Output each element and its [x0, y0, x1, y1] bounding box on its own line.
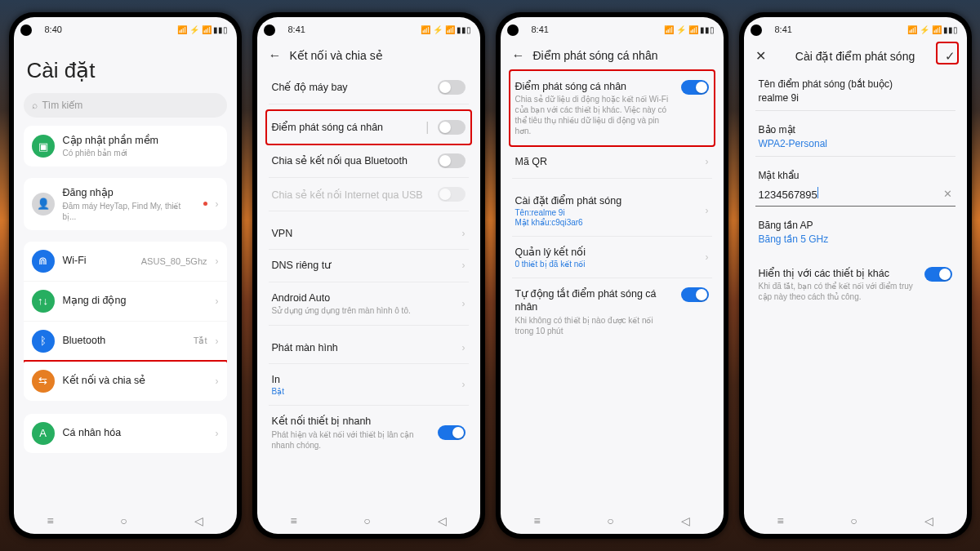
confirm-icon[interactable]: ✓ — [945, 49, 956, 64]
page-title: Cài đặt điểm phát sóng — [774, 50, 937, 63]
notification-dot — [203, 202, 207, 206]
signin-title: Đăng nhập — [63, 186, 195, 199]
page-title: Cài đặt — [24, 42, 227, 93]
config-name: Tên:realme 9i — [515, 208, 697, 217]
home-button[interactable]: ○ — [120, 514, 127, 527]
cast-title: Phát màn hình — [272, 341, 454, 354]
name-label: Tên điểm phát sóng (bắt buộc) — [755, 72, 956, 92]
manage-row[interactable]: Quản lý kết nối 0 thiết bị đã kết nối › — [512, 237, 712, 278]
security-label: Bảo mật — [755, 118, 956, 138]
band-value[interactable]: Băng tần 5 GHz — [755, 233, 956, 251]
back-icon[interactable]: ← — [512, 48, 525, 63]
nearby-toggle[interactable] — [438, 425, 466, 440]
btshare-toggle[interactable] — [438, 153, 466, 168]
btshare-title: Chia sẻ kết nối qua Bluetooth — [272, 154, 430, 167]
camera-hole — [264, 24, 275, 36]
search-placeholder: Tìm kiếm — [42, 100, 83, 111]
aa-title: Android Auto — [272, 291, 454, 304]
qr-row[interactable]: Mã QR › — [512, 146, 712, 178]
airplane-row[interactable]: Chế độ máy bay — [269, 71, 469, 104]
chevron-right-icon: › — [216, 256, 219, 267]
connection-share-row[interactable]: ⇆ Kết nối và chia sẻ › — [24, 362, 227, 401]
chevron-right-icon: › — [706, 251, 709, 263]
recents-button[interactable]: ≡ — [777, 514, 783, 527]
chevron-right-icon: › — [216, 335, 219, 347]
autooff-row[interactable]: Tự động tắt điểm phát sóng cá nhân Khi k… — [512, 278, 712, 345]
chevron-right-icon: › — [216, 428, 219, 439]
recents-button[interactable]: ≡ — [533, 514, 540, 527]
security-value[interactable]: WPA2-Personal — [755, 138, 956, 157]
name-value[interactable]: realme 9i — [755, 92, 956, 111]
password-input[interactable]: 1234567895 ✕ — [755, 184, 956, 207]
mobile-icon: ↑↓ — [32, 290, 55, 313]
airplane-toggle[interactable] — [438, 80, 466, 95]
chevron-right-icon: › — [216, 375, 219, 387]
signin-row[interactable]: 👤 Đăng nhập Đăm máy HeyTap, Find My, thi… — [24, 178, 227, 229]
status-icons: 📶 ⚡ 📶 ▮▮▯ — [664, 25, 715, 34]
hotspot-config-row[interactable]: Cài đặt điểm phát sóng Tên:realme 9i Mật… — [512, 185, 712, 237]
android-navbar: ≡ ○ ◁ — [257, 508, 480, 534]
hotspot-toggle[interactable] — [438, 120, 466, 135]
personalization-row[interactable]: A Cá nhân hóa › — [24, 414, 227, 453]
chevron-right-icon: › — [706, 205, 709, 216]
signin-sub: Đăm máy HeyTap, Find My, thiết bị... — [63, 201, 195, 222]
hotspot-row[interactable]: Điểm phát sóng cá nhân | — [269, 111, 469, 144]
mobile-title: Mạng di động — [63, 294, 207, 307]
chevron-right-icon: › — [216, 295, 219, 307]
home-button[interactable]: ○ — [607, 514, 613, 527]
vpn-title: VPN — [272, 227, 454, 240]
clear-icon[interactable]: ✕ — [943, 188, 952, 200]
wifi-title: Wi-Fi — [63, 254, 133, 267]
page-header: ← Điểm phát sóng cá nhân — [512, 42, 712, 71]
home-button[interactable]: ○ — [363, 514, 370, 527]
visible-row[interactable]: Hiển thị với các thiết bị khác Khi đã tắ… — [755, 258, 956, 311]
page-header: ✕ Cài đặt điểm phát sóng ✓ — [755, 42, 956, 72]
nearby-row[interactable]: Kết nối thiết bị nhanh Phát hiện và kết … — [269, 406, 469, 459]
chevron-right-icon: › — [216, 198, 219, 210]
visible-sub: Khi đã tắt, bạn có thể kết nối với điểm … — [759, 281, 916, 302]
page-header: ← Kết nối và chia sẻ — [269, 42, 469, 71]
status-icons: 📶 ⚡ 📶 ▮▮▯ — [177, 25, 228, 34]
recents-button[interactable]: ≡ — [47, 514, 53, 527]
visible-title: Hiển thị với các thiết bị khác — [759, 267, 916, 280]
back-button[interactable]: ◁ — [438, 514, 447, 527]
print-row[interactable]: In Bật › — [269, 364, 469, 406]
usb-share-row: Chia sẻ kết nối Internet qua USB — [269, 178, 469, 211]
config-title: Cài đặt điểm phát sóng — [515, 194, 697, 207]
hotspot-main-row[interactable]: Điểm phát sóng cá nhân Chia sẻ dữ liệu d… — [512, 71, 712, 146]
recents-button[interactable]: ≡ — [290, 514, 296, 527]
chevron-right-icon: › — [706, 156, 709, 167]
screen-2: 8:41 📶 ⚡ 📶 ▮▮▯ ← Kết nối và chia sẻ Chế … — [257, 17, 480, 534]
screen-1: 8:40 📶 ⚡ 📶 ▮▮▯ Cài đặt ⌕ Tìm kiếm ▣ Cập … — [14, 17, 237, 534]
dns-row[interactable]: DNS riêng tư › — [269, 250, 469, 282]
back-button[interactable]: ◁ — [681, 514, 690, 527]
hotspot-toggle[interactable] — [681, 80, 709, 95]
bluetooth-row[interactable]: ᛒ Bluetooth Tắt › — [24, 322, 227, 362]
camera-hole — [507, 24, 519, 36]
back-icon[interactable]: ← — [269, 48, 282, 63]
personal-title: Cá nhân hóa — [63, 426, 207, 439]
mobile-data-row[interactable]: ↑↓ Mạng di động › — [24, 282, 227, 322]
search-icon: ⌕ — [32, 100, 38, 111]
bluetooth-icon: ᛒ — [32, 330, 55, 353]
config-pwd: Mật khẩu:c9qi3ar6 — [515, 218, 697, 227]
nearby-sub: Phát hiện và kết nối với thiết bị lân cậ… — [272, 429, 430, 451]
bt-value: Tắt — [194, 335, 207, 346]
home-button[interactable]: ○ — [850, 514, 857, 527]
autooff-toggle[interactable] — [681, 287, 709, 302]
vpn-row[interactable]: VPN › — [269, 218, 469, 250]
bt-share-row[interactable]: Chia sẻ kết nối qua Bluetooth — [269, 144, 469, 178]
print-sub: Bật — [272, 387, 454, 396]
cast-row[interactable]: Phát màn hình › — [269, 332, 469, 364]
search-input[interactable]: ⌕ Tìm kiếm — [24, 93, 227, 118]
close-icon[interactable]: ✕ — [755, 48, 766, 64]
update-title: Cập nhật phần mềm — [63, 134, 219, 147]
wifi-row[interactable]: ⋒ Wi-Fi ASUS_80_5Ghz › — [24, 242, 227, 282]
software-update-row[interactable]: ▣ Cập nhật phần mềm Có phiên bản mới — [24, 126, 227, 167]
back-button[interactable]: ◁ — [924, 514, 933, 527]
android-auto-row[interactable]: Android Auto Sử dụng ứng dụng trên màn h… — [269, 282, 469, 326]
hotspot-title: Điểm phát sóng cá nhân — [272, 121, 418, 134]
visible-toggle[interactable] — [924, 267, 952, 282]
back-button[interactable]: ◁ — [194, 514, 203, 527]
status-bar: 8:41 📶 ⚡ 📶 ▮▮▯ — [501, 17, 724, 42]
